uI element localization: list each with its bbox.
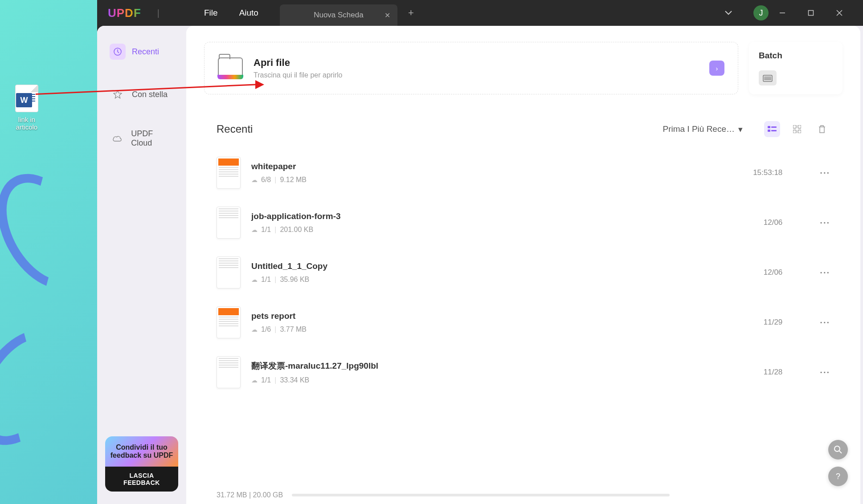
- file-row[interactable]: job-application-form-3 ☁ 1/1 | 201.00 KB…: [217, 198, 830, 248]
- file-pages: 6/8: [261, 176, 271, 184]
- dropdown-icon[interactable]: [725, 11, 743, 15]
- help-button[interactable]: ?: [828, 467, 848, 486]
- cloud-icon: [110, 130, 125, 146]
- title-bar: UPDF | File Aiuto Nuova Scheda ✕ + J: [97, 0, 863, 26]
- minimize-button[interactable]: [779, 10, 797, 16]
- cloud-mini-icon: ☁: [251, 176, 258, 183]
- cloud-mini-icon: ☁: [251, 226, 258, 233]
- svg-rect-1: [809, 11, 814, 16]
- file-size: 35.96 KB: [280, 276, 309, 284]
- annotation-arrow-head: [255, 80, 264, 89]
- svg-rect-12: [798, 125, 801, 128]
- svg-rect-7: [768, 126, 770, 128]
- sidebar-item-cloud[interactable]: UPDF Cloud: [105, 124, 178, 153]
- app-window: UPDF | File Aiuto Nuova Scheda ✕ + J: [97, 0, 863, 504]
- svg-rect-14: [798, 130, 801, 133]
- sidebar-label: UPDF Cloud: [131, 129, 174, 148]
- batch-card[interactable]: Batch: [749, 42, 843, 94]
- file-meta: ☁ 1/1 | 201.00 KB: [251, 226, 753, 234]
- app-logo: UPDF: [108, 6, 141, 20]
- sort-label: Prima I Più Rece…: [663, 124, 735, 134]
- feedback-promo[interactable]: Condividi il tuo feedback su UPDF LASCIA…: [105, 436, 178, 492]
- file-date: 12/06: [764, 218, 783, 227]
- svg-rect-11: [793, 125, 796, 128]
- menu-file[interactable]: File: [204, 8, 218, 18]
- file-size: 33.34 KB: [280, 376, 309, 384]
- feedback-button[interactable]: LASCIA FEEDBACK: [105, 467, 178, 492]
- search-button[interactable]: [828, 440, 848, 459]
- file-name: pets report: [251, 311, 753, 321]
- svg-rect-9: [768, 130, 770, 132]
- file-size: 201.00 KB: [280, 226, 313, 234]
- open-file-title: Apri file: [254, 57, 342, 69]
- file-pages: 1/1: [261, 376, 271, 384]
- file-row[interactable]: 翻译发票-maraluc11.27_lpg90lbl ☁ 1/1 | 33.34…: [217, 347, 830, 397]
- menu-help[interactable]: Aiuto: [239, 8, 258, 18]
- tab-label: Nuova Scheda: [314, 11, 364, 20]
- file-thumbnail: [217, 356, 241, 388]
- new-tab-button[interactable]: +: [408, 7, 414, 19]
- file-more-button[interactable]: ···: [820, 218, 830, 228]
- grid-view-button[interactable]: [789, 121, 805, 137]
- tab-close-icon[interactable]: ✕: [384, 11, 390, 20]
- close-button[interactable]: [836, 10, 854, 16]
- file-name: whitepaper: [251, 162, 742, 171]
- file-date: 12/06: [764, 268, 783, 277]
- file-thumbnail: [217, 256, 241, 289]
- svg-rect-8: [771, 126, 777, 128]
- svg-rect-10: [771, 130, 777, 131]
- file-meta: ☁ 1/1 | 33.34 KB: [251, 376, 753, 384]
- file-pages: 1/6: [261, 325, 271, 333]
- sort-dropdown[interactable]: Prima I Più Rece… ▾: [663, 124, 743, 134]
- file-thumbnail: [217, 157, 241, 189]
- file-date: 15:53:18: [753, 168, 782, 177]
- svg-line-16: [839, 451, 842, 453]
- delete-button[interactable]: [814, 121, 830, 137]
- open-file-dropzone[interactable]: Apri file Trascina qui il file per aprir…: [204, 42, 738, 94]
- file-name: 翻译发票-maraluc11.27_lpg90lbl: [251, 360, 753, 372]
- file-pages: 1/1: [261, 276, 271, 284]
- cloud-mini-icon: ☁: [251, 377, 258, 384]
- recent-heading: Recenti: [217, 123, 253, 135]
- file-more-button[interactable]: ···: [820, 317, 830, 328]
- file-more-button[interactable]: ···: [820, 168, 830, 178]
- file-row[interactable]: whitepaper ☁ 6/8 | 9.12 MB 15:53:18 ···: [217, 148, 830, 198]
- file-row[interactable]: pets report ☁ 1/6 | 3.77 MB 11/29 ···: [217, 297, 830, 347]
- sidebar: Recenti Con stella UPDF Cloud Condividi …: [97, 26, 186, 504]
- file-list: whitepaper ☁ 6/8 | 9.12 MB 15:53:18 ··· …: [204, 148, 843, 486]
- open-file-arrow-icon: ›: [709, 61, 724, 76]
- storage-text: 31.72 MB | 20.00 GB: [217, 491, 283, 499]
- batch-icon: [759, 70, 777, 85]
- batch-title: Batch: [759, 51, 833, 61]
- file-pages: 1/1: [261, 226, 271, 234]
- file-meta: ☁ 1/6 | 3.77 MB: [251, 325, 753, 333]
- status-bar: 31.72 MB | 20.00 GB: [204, 486, 843, 504]
- sidebar-label: Recenti: [132, 47, 159, 57]
- star-icon: [110, 86, 126, 102]
- list-view-button[interactable]: [764, 121, 780, 137]
- maximize-button[interactable]: [808, 10, 826, 16]
- svg-rect-13: [793, 130, 796, 133]
- file-meta: ☁ 1/1 | 35.96 KB: [251, 276, 753, 284]
- file-thumbnail: [217, 207, 241, 239]
- file-date: 11/29: [764, 318, 783, 327]
- file-name: Untitled_1_1_Copy: [251, 261, 753, 271]
- user-avatar[interactable]: J: [753, 5, 769, 20]
- file-row[interactable]: Untitled_1_1_Copy ☁ 1/1 | 35.96 KB 12/06…: [217, 248, 830, 297]
- cloud-mini-icon: ☁: [251, 276, 258, 283]
- sidebar-item-recent[interactable]: Recenti: [105, 38, 178, 65]
- file-size: 3.77 MB: [280, 325, 307, 333]
- desktop-file[interactable]: W link in articolo: [9, 85, 45, 131]
- file-size: 9.12 MB: [280, 176, 307, 184]
- file-more-button[interactable]: ···: [820, 367, 830, 378]
- cloud-mini-icon: ☁: [251, 326, 258, 333]
- svg-point-15: [834, 446, 840, 451]
- desktop-file-label: link in articolo: [9, 116, 45, 131]
- clock-icon: [110, 44, 126, 60]
- chevron-down-icon: ▾: [738, 124, 743, 134]
- file-more-button[interactable]: ···: [820, 268, 830, 278]
- sidebar-item-starred[interactable]: Con stella: [105, 81, 178, 108]
- tab-new[interactable]: Nuova Scheda ✕: [280, 4, 397, 26]
- file-name: job-application-form-3: [251, 211, 753, 221]
- sidebar-label: Con stella: [132, 90, 168, 99]
